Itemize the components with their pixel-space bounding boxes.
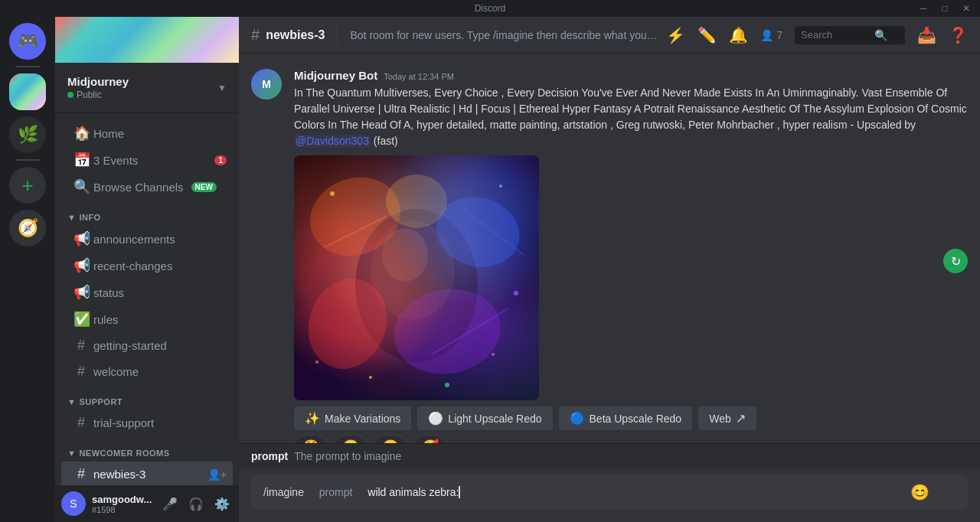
minimize-button[interactable]: ─ [916, 1, 931, 16]
reaction-love[interactable]: 🥰 [413, 435, 447, 443]
reaction-angry[interactable]: 😤 [294, 435, 328, 443]
status-channel-icon: 📢 [74, 284, 89, 301]
channel-recent-changes[interactable]: 📢 recent-changes [61, 253, 233, 279]
server-public-label: Public [77, 90, 102, 100]
user-avatar: S [61, 491, 86, 516]
beta-upscale-redo-button[interactable]: 🔵 Beta Upscale Redo [559, 406, 693, 430]
svg-point-10 [514, 291, 518, 295]
channel-announcements[interactable]: 📢 announcements [61, 226, 233, 252]
reaction-happy[interactable]: 😀 [374, 435, 407, 443]
nav-item-home[interactable]: 🏠 Home [61, 120, 233, 146]
server-name: Midjourney [67, 75, 129, 88]
recent-changes-icon: 📢 [74, 257, 89, 274]
prompt-helper: prompt The prompt to imagine ↻ [239, 443, 980, 468]
close-button[interactable]: ✕ [959, 1, 974, 16]
help-icon[interactable]: ❓ [949, 26, 968, 44]
ai-generated-image[interactable] [294, 155, 539, 400]
input-value: wild animals zebra: [368, 486, 459, 498]
channel-sidebar: Midjourney Public ▼ 🏠 Home 📅 3 Events 1 … [55, 17, 239, 522]
section-support[interactable]: ▼ SUPPORT [55, 385, 239, 409]
channel-label-status: status [93, 286, 124, 299]
member-count-icon: 👤 [760, 29, 773, 41]
beta-upscale-label: Beta Upscale Redo [590, 413, 682, 425]
svg-point-3 [299, 165, 412, 268]
browse-badge-new: NEW [191, 182, 217, 192]
explore-servers-button[interactable]: 🧭 [9, 210, 46, 246]
channel-status[interactable]: 📢 status [61, 279, 233, 305]
reaction-neutral[interactable]: 😐 [334, 435, 368, 443]
pencil-icon[interactable]: ✏️ [697, 26, 717, 44]
prompt-keyword [310, 486, 313, 498]
channel-header-description: Bot room for new users. Type /imagine th… [350, 29, 660, 41]
headphone-button[interactable]: 🎧 [185, 493, 207, 514]
make-variations-button[interactable]: ✨ Make Variations [294, 406, 411, 430]
channel-newbies-3[interactable]: # newbies-3 👤+ [61, 462, 233, 485]
maximize-button[interactable]: □ [937, 1, 952, 16]
server-icon-2[interactable]: 🌿 [9, 116, 46, 153]
channel-welcome[interactable]: # welcome [61, 359, 233, 384]
reaction-buttons: 😤 😐 😀 🥰 [294, 435, 968, 443]
server-header[interactable]: Midjourney Public ▼ [55, 63, 239, 113]
input-value-wrap[interactable]: wild animals zebra: [368, 486, 460, 498]
section-support-label: SUPPORT [79, 397, 122, 406]
message-text: In The Quantum Multiverses, Every Choice… [294, 85, 968, 149]
prompt-helper-desc: The prompt to imagine [294, 450, 401, 462]
user-info: samgoodw... #1598 [92, 494, 153, 514]
getting-started-icon: # [74, 338, 89, 354]
events-badge: 1 [214, 155, 227, 165]
message-input-box[interactable]: /imagine prompt wild animals zebra: 😊 [251, 475, 968, 510]
midjourney-server-icon[interactable] [9, 73, 46, 110]
settings-button[interactable]: ⚙️ [211, 493, 233, 514]
member-count[interactable]: 👤 7 [760, 29, 782, 41]
svg-point-1 [371, 220, 455, 320]
boost-icon[interactable]: ⚡ [666, 26, 685, 44]
channel-header: # newbies-3 Bot room for new users. Type… [239, 17, 980, 54]
nav-label-events: 3 Events [93, 154, 138, 167]
refresh-button[interactable]: ↻ [943, 249, 968, 273]
user-name: samgoodw... [92, 494, 153, 505]
channel-label-getting-started: getting-started [93, 339, 167, 352]
notification-icon[interactable]: 🔔 [729, 26, 748, 44]
input-prompt-label: prompt [319, 486, 353, 498]
home-icon: 🏠 [74, 125, 89, 142]
server-divider [15, 66, 40, 67]
server-banner [55, 17, 239, 63]
command-name: /imagine [263, 486, 304, 498]
leaf-icon: 🌿 [18, 125, 38, 145]
inbox-icon[interactable]: 📥 [917, 26, 936, 44]
channel-label-announcements: announcements [93, 233, 175, 246]
svg-line-17 [432, 308, 508, 354]
mention-davidson[interactable]: @Davidson303 [294, 135, 371, 147]
web-button[interactable]: Web ↗ [698, 406, 756, 430]
microphone-button[interactable]: 🎤 [159, 493, 181, 514]
channel-trial-support[interactable]: # trial-support [61, 410, 233, 436]
browse-icon: 🔍 [74, 178, 89, 195]
message-group: M Midjourney Bot Today at 12:34 PM In Th… [251, 66, 968, 443]
speed-text: (fast) [374, 135, 398, 147]
light-upscale-icon: ⚪ [428, 411, 443, 426]
nav-item-browse[interactable]: 🔍 Browse Channels NEW [61, 174, 233, 200]
prompt-helper-label: prompt [251, 450, 288, 462]
svg-point-13 [369, 376, 372, 379]
section-newcomer-chevron: ▼ [67, 449, 76, 458]
search-box[interactable]: 🔍 [795, 26, 905, 44]
search-input[interactable] [801, 29, 870, 41]
channel-getting-started[interactable]: # getting-started [61, 333, 233, 358]
svg-line-16 [462, 209, 524, 255]
section-newcomer[interactable]: ▼ NEWCOMER ROOMS [55, 436, 239, 461]
section-info[interactable]: ▼ INFO [55, 201, 239, 225]
upscale-suffix: - Upscaled by [851, 119, 916, 131]
user-tag: #1598 [92, 505, 153, 514]
channel-rules[interactable]: ✅ rules [61, 306, 233, 332]
emoji-picker-button[interactable]: 😊 [910, 483, 929, 501]
discord-home-button[interactable]: 🎮 [9, 23, 46, 60]
svg-point-11 [315, 361, 318, 364]
discord-logo-icon: 🎮 [18, 31, 38, 51]
newbies-3-add-member-icon[interactable]: 👤+ [207, 468, 227, 481]
nav-item-events[interactable]: 📅 3 Events 1 [61, 147, 233, 173]
light-upscale-redo-button[interactable]: ⚪ Light Upscale Redo [417, 406, 552, 430]
user-controls: 🎤 🎧 ⚙️ [159, 493, 233, 514]
events-icon: 📅 [74, 152, 89, 168]
svg-line-15 [325, 217, 386, 247]
add-server-button[interactable]: + [9, 167, 46, 204]
